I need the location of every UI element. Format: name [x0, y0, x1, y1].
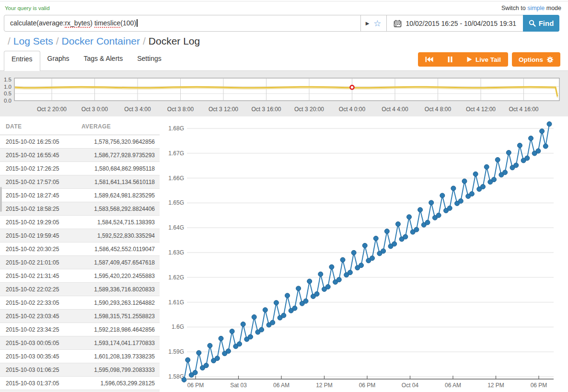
- timeline-chart[interactable]: Oct 2 20:00Oct 3 0:00Oct 3 4:00Oct 3 8:0…: [0, 71, 568, 117]
- chart-data-point[interactable]: [451, 186, 456, 191]
- chart-data-point[interactable]: [285, 293, 290, 298]
- switch-simple-link[interactable]: simple: [527, 5, 545, 12]
- average-cell: 1,589,336,716.8020833: [76, 283, 160, 296]
- timeline-position-marker[interactable]: [350, 85, 354, 89]
- chart-data-point[interactable]: [348, 270, 352, 275]
- skip-to-start-button[interactable]: [418, 52, 440, 67]
- chart-data-point[interactable]: [547, 122, 552, 127]
- chart-data-point[interactable]: [407, 215, 412, 219]
- table-row: 2015-10-02 19:29:051,584,524,715.138393: [0, 216, 160, 229]
- table-row: 2015-10-02 18:58:251,583,568,292.8824406: [0, 202, 160, 216]
- run-query-icon[interactable]: ▶: [366, 21, 370, 26]
- breadcrumb-link-log-sets[interactable]: Log Sets: [13, 35, 53, 46]
- table-row: 2015-10-02 20:30:251,586,452,552.0119047: [0, 242, 160, 256]
- chart-data-point[interactable]: [514, 163, 519, 168]
- pause-button[interactable]: [440, 52, 460, 67]
- chart-data-point[interactable]: [362, 243, 367, 248]
- chart-data-point[interactable]: [425, 220, 430, 225]
- chart-data-point[interactable]: [473, 172, 478, 176]
- chart-data-point[interactable]: [185, 357, 190, 362]
- options-button[interactable]: Options: [512, 52, 560, 67]
- table-row: 2015-10-03 00:05:051,593,174,041.1770833: [0, 336, 160, 350]
- chart-data-point[interactable]: [481, 184, 486, 189]
- chart-data-point[interactable]: [447, 206, 452, 210]
- chart-data-point[interactable]: [359, 263, 364, 268]
- timeline-overview[interactable]: Oct 2 20:00Oct 3 0:00Oct 3 4:00Oct 3 8:0…: [0, 70, 568, 116]
- chart-data-point[interactable]: [252, 315, 256, 320]
- chart-data-point[interactable]: [469, 192, 474, 196]
- tab-entries[interactable]: Entries: [4, 51, 40, 71]
- search-icon: [529, 20, 536, 27]
- chart-data-point[interactable]: [197, 350, 201, 355]
- chart-data-point[interactable]: [314, 291, 319, 296]
- chart-data-point[interactable]: [263, 308, 267, 312]
- chart-data-point[interactable]: [270, 320, 275, 325]
- chart-data-point[interactable]: [215, 356, 220, 361]
- chart-data-point[interactable]: [484, 164, 489, 169]
- tab-bar: EntriesGraphsTags & AlertsSettings: [4, 51, 169, 71]
- chart-data-point[interactable]: [492, 177, 497, 182]
- chart-data-point[interactable]: [392, 242, 397, 246]
- chart-data-point[interactable]: [259, 327, 264, 332]
- chart-data-point[interactable]: [248, 334, 253, 339]
- chart-data-point[interactable]: [440, 193, 445, 198]
- chart-data-point[interactable]: [418, 208, 423, 212]
- table-scrollbar-thumb[interactable]: [0, 187, 2, 212]
- main-chart[interactable]: 1.68G1.67G1.66G1.65G1.64G1.63G1.62G1.61G…: [163, 120, 568, 392]
- chart-data-point[interactable]: [429, 200, 434, 205]
- query-input[interactable]: calculate(average:rx_bytes) timeslice(10…: [4, 15, 360, 31]
- tab-graphs[interactable]: Graphs: [40, 51, 77, 67]
- chart-data-point[interactable]: [230, 329, 234, 334]
- chart-data-point[interactable]: [381, 249, 386, 254]
- chart-data-point[interactable]: [329, 265, 334, 269]
- chart-data-point[interactable]: [219, 336, 223, 341]
- chart-data-point[interactable]: [182, 377, 186, 382]
- tab-tags-alerts[interactable]: Tags & Alerts: [77, 51, 130, 67]
- chart-data-point[interactable]: [318, 272, 323, 277]
- chart-y-tick-label: 1.65G: [168, 199, 184, 206]
- date-range-picker[interactable]: 10/02/2015 16:25 - 10/04/2015 19:31: [386, 15, 523, 31]
- chart-data-point[interactable]: [237, 342, 242, 346]
- chart-data-point[interactable]: [204, 363, 209, 368]
- chart-data-point[interactable]: [458, 199, 463, 204]
- chart-data-point[interactable]: [340, 257, 345, 262]
- chart-data-point[interactable]: [241, 322, 245, 327]
- breadcrumb-link-docker-container[interactable]: Docker Container: [62, 35, 140, 46]
- chart-data-point[interactable]: [208, 343, 212, 348]
- chart-data-point[interactable]: [370, 256, 375, 261]
- chart-data-point[interactable]: [336, 277, 341, 282]
- chart-data-point[interactable]: [540, 129, 545, 134]
- breadcrumb-current-docker-log: Docker Log: [149, 35, 200, 46]
- chart-data-point[interactable]: [274, 300, 278, 305]
- favorite-star-icon[interactable]: ☆: [373, 19, 381, 28]
- chart-data-point[interactable]: [351, 250, 356, 255]
- chart-data-point[interactable]: [436, 213, 441, 218]
- chart-data-point[interactable]: [373, 236, 378, 241]
- chart-data-point[interactable]: [529, 136, 533, 141]
- chart-data-point[interactable]: [325, 285, 330, 289]
- chart-data-point[interactable]: [226, 349, 231, 354]
- chart-data-point[interactable]: [296, 286, 301, 291]
- chart-data-point[interactable]: [292, 306, 297, 311]
- find-button[interactable]: Find: [523, 15, 559, 32]
- chart-data-point[interactable]: [193, 370, 197, 375]
- chart-data-point[interactable]: [543, 144, 548, 149]
- chart-data-point[interactable]: [307, 279, 312, 284]
- chart-data-point[interactable]: [403, 234, 408, 239]
- chart-data-point[interactable]: [303, 299, 308, 303]
- chart-data-point[interactable]: [462, 179, 467, 184]
- chart-data-point[interactable]: [281, 313, 286, 318]
- live-tail-button[interactable]: Live Tail: [460, 52, 508, 67]
- chart-data-point[interactable]: [506, 150, 511, 155]
- chart-data-point[interactable]: [503, 170, 508, 175]
- chart-data-point[interactable]: [536, 149, 541, 153]
- chart-data-point[interactable]: [384, 229, 389, 234]
- chart-data-point[interactable]: [517, 143, 522, 148]
- chart-data-point[interactable]: [414, 227, 419, 232]
- chart-data-point[interactable]: [525, 156, 530, 161]
- table-row: 2015-10-02 21:31:451,595,420,220.2455883: [0, 269, 160, 283]
- chart-data-point[interactable]: [395, 222, 400, 227]
- tab-settings[interactable]: Settings: [130, 51, 169, 67]
- chart-data-point[interactable]: [495, 157, 500, 162]
- date-cell: 2015-10-02 16:55:45: [0, 149, 76, 162]
